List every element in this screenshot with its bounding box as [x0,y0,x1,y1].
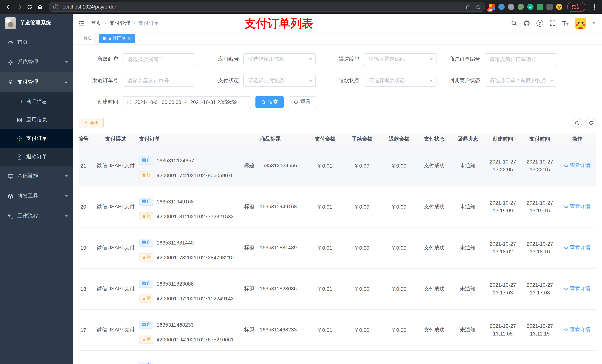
search-button-label: 搜索 [268,99,278,105]
breadcrumb: 首页 / 支付管理 / 支付订单 [91,20,159,26]
bookmark-star-icon[interactable] [475,4,481,10]
browser-menu-icon[interactable] [594,6,595,8]
extension-icon[interactable]: 10 [489,4,495,10]
url-text[interactable]: localhost:1024/pay/order [62,4,465,10]
clock-icon [127,100,132,105]
sidebar-item-home[interactable]: 首页 [0,32,73,52]
view-detail-link[interactable]: 查看详情 [564,326,591,333]
sidebar-item-app-info[interactable]: 应用信息 [0,111,73,129]
channel-pay-no: 4200001174202110278060590766 [157,172,234,178]
extension-icon[interactable] [498,4,505,10]
table-row: 21 微信 JSAPI 支付 商户1635312124657 支付4200001… [79,145,596,186]
extension-icon[interactable] [556,4,562,10]
breadcrumb-home[interactable]: 首页 [91,20,101,26]
cell-title: 标题：1635311881439 [234,227,307,268]
pay-tag: 支付 [139,294,153,302]
create-time-range-picker[interactable]: 2021-10-01 00:00:00 - 2021-10-31 23:59:5… [123,96,251,108]
view-detail-label: 查看详情 [570,326,591,333]
filter-pay-status: 支付状态 请选择支付状态 [200,75,320,87]
refresh-button[interactable] [586,118,596,128]
browser-update-button[interactable]: 更新 [567,2,585,12]
sidebar-item-label: 研发工具 [17,193,61,199]
grid-icon [16,117,22,123]
notify-status-select[interactable]: 请选择订单回调商户状态 [485,75,557,87]
menu-fold-icon[interactable] [78,20,85,26]
col-fee: 手续金额 [344,134,381,145]
tab-pay-order[interactable]: 支付订单 [99,33,135,43]
sidebar-item-dev-tools[interactable]: 研发工具 [0,186,73,206]
github-icon[interactable] [524,20,530,26]
search-icon[interactable] [511,20,517,26]
tab-home[interactable]: 首页 [80,33,96,43]
bank-card-icon [16,99,22,104]
font-size-icon[interactable] [562,20,569,26]
cell-pay-order: 商户16353111517 [136,350,234,364]
sidebar-item-label: 支付管理 [17,79,61,85]
browser-home-button[interactable] [35,2,45,12]
merchant-tag: 商户 [139,197,153,206]
reset-button[interactable]: 重置 [288,96,316,108]
filter-label: 商户订单编号 [441,56,485,62]
sidebar-item-payment[interactable]: ¥ 支付管理 [0,72,73,92]
merchant-order-no: 16353111517 [157,363,188,364]
extension-icon[interactable] [537,4,543,10]
help-icon[interactable]: ? [537,20,543,26]
extension-badge: 10 [487,8,493,12]
fullscreen-icon[interactable] [549,20,556,26]
app-logo[interactable]: 芋道管理系统 [0,14,73,32]
search-button[interactable]: 搜索 [256,96,284,108]
view-detail-link[interactable]: 查看详情 [564,244,591,251]
extension-icon[interactable] [508,4,514,10]
filter-channel-code: 渠道编码 请输入渠道编码 [320,53,441,65]
browser-back-button[interactable] [4,2,14,12]
target-icon [16,135,22,141]
cell-refund: ¥ 0.00 [381,309,418,350]
cell-status [418,350,451,364]
cell-actions: 查看详情 [558,227,596,268]
browser-reload-button[interactable] [24,2,35,12]
extension-icon[interactable] [527,4,534,10]
cell-amount: ¥ 0.01 [307,309,344,350]
sidebar-item-refund-order[interactable]: 退款订单 [0,148,73,166]
pay-status-select[interactable]: 请选择支付状态 [243,75,316,87]
merchant-input[interactable] [123,53,195,65]
chevron-down-icon[interactable] [592,22,595,24]
cell-title: 标题：1635312124656 [234,145,307,186]
logo-avatar [5,17,16,29]
chevron-down-icon [550,80,553,82]
view-detail-link[interactable]: 查看详情 [564,203,591,210]
export-button[interactable]: 导出 [79,118,104,128]
tags-view-bar: 首页 支付订单 [73,32,602,44]
channel-order-no-input[interactable] [123,75,195,87]
chevron-down-icon [65,175,68,177]
sidebar-item-merchant-info[interactable]: 商户信息 [0,92,73,111]
app-id-select[interactable]: 请选择应用信息 [243,53,316,65]
cell-id: 17 [79,309,95,350]
channel-pay-no: 4200001181202110277723215336 [157,213,234,219]
toggle-search-button[interactable] [572,118,582,128]
address-bar[interactable]: localhost:1024/pay/order [49,2,485,12]
share-icon[interactable] [465,4,471,10]
col-notify: 回调状态 [451,134,484,145]
refund-status-select[interactable]: 请选择退款状态 [364,75,437,87]
channel-code-select[interactable]: 请输入渠道编码 [364,53,437,65]
sidebar-item-pay-order[interactable]: 支付订单 [0,129,73,148]
extension-icon[interactable] [517,4,524,10]
user-avatar[interactable] [575,18,586,29]
breadcrumb-pay-manage[interactable]: 支付管理 [110,20,130,26]
view-detail-link[interactable]: 查看详情 [564,285,591,292]
cell-fee: ¥ 0.00 [344,309,381,350]
close-icon[interactable] [127,36,131,40]
extension-icon[interactable] [547,4,553,10]
cell-id [79,350,95,364]
main-area: 首页 / 支付管理 / 支付订单 支付订单列表 ? [73,14,602,364]
chevron-up-icon [65,81,68,83]
browser-forward-button[interactable] [14,2,24,12]
sidebar-item-system[interactable]: 系统管理 [0,52,73,72]
site-info-icon[interactable] [53,4,58,10]
sidebar-item-infra[interactable]: 基础设施 [0,166,73,186]
orders-table: 编号 支付渠道 支付订单 商品标题 支付金额 手续金额 退款金额 支付状态 回调… [79,134,596,364]
merchant-order-no-input[interactable] [485,53,557,65]
sidebar-item-workflow[interactable]: 工作流程 [0,206,73,226]
view-detail-link[interactable]: 查看详情 [564,162,591,169]
